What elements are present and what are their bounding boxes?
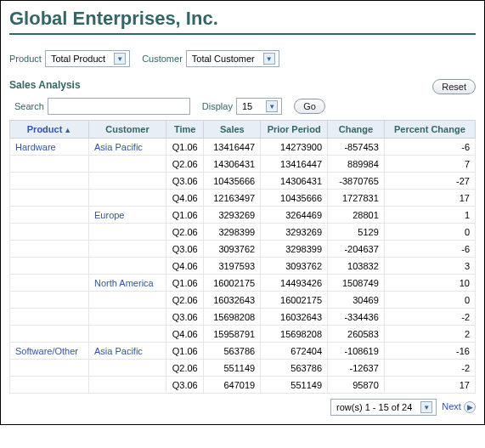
cell-customer[interactable]: Asia Pacific	[89, 139, 166, 156]
col-change-header[interactable]: Change	[328, 121, 385, 139]
cell-pct: -2	[384, 360, 475, 377]
table-row: Q4.06319759330937621038323	[10, 258, 476, 275]
cell-product[interactable]: Software/Other	[10, 343, 89, 360]
go-button[interactable]: Go	[294, 99, 325, 114]
cell-product	[10, 326, 89, 343]
cell-customer[interactable]: North America	[89, 275, 166, 292]
cell-customer	[89, 326, 166, 343]
table-row: Q3.0630937623298399-204637-6	[10, 241, 476, 258]
section-title: Sales Analysis	[9, 79, 81, 91]
table-row: Q2.0614306431134164478899847	[10, 156, 476, 173]
cell-time: Q3.06	[166, 241, 204, 258]
cell-pct: 17	[384, 377, 475, 394]
cell-product-link[interactable]: Hardware	[15, 142, 56, 152]
cell-product	[10, 292, 89, 309]
cell-product[interactable]: Hardware	[10, 139, 89, 156]
cell-prior: 16032643	[261, 309, 328, 326]
cell-product	[10, 241, 89, 258]
cell-pct: 2	[384, 326, 475, 343]
cell-prior: 3093762	[261, 258, 328, 275]
cell-change: 5129	[328, 224, 385, 241]
cell-product	[10, 275, 89, 292]
table-row: North AmericaQ1.061600217514493426150874…	[10, 275, 476, 292]
cell-customer-link[interactable]: Europe	[94, 210, 124, 220]
cell-product	[10, 224, 89, 241]
cell-customer-link[interactable]: North America	[94, 278, 154, 288]
cell-time: Q2.06	[166, 224, 204, 241]
cell-sales: 3197593	[204, 258, 261, 275]
cell-product	[10, 309, 89, 326]
cell-pct: 17	[384, 190, 475, 207]
cell-customer	[89, 190, 166, 207]
table-row: Q3.061043566614306431-3870765-27	[10, 173, 476, 190]
cell-prior: 3298399	[261, 241, 328, 258]
cell-customer[interactable]: Asia Pacific	[89, 343, 166, 360]
search-input[interactable]	[48, 98, 190, 115]
cell-pct: 3	[384, 258, 475, 275]
cell-prior: 672404	[261, 343, 328, 360]
chevron-down-icon: ▼	[266, 100, 278, 112]
cell-time: Q4.06	[166, 326, 204, 343]
cell-change: 889984	[328, 156, 385, 173]
cell-sales: 16002175	[204, 275, 261, 292]
chevron-down-icon: ▼	[420, 401, 432, 413]
cell-change: -857453	[328, 139, 385, 156]
cell-change: 95870	[328, 377, 385, 394]
cell-change: 30469	[328, 292, 385, 309]
cell-prior: 14273900	[261, 139, 328, 156]
cell-sales: 3298399	[204, 224, 261, 241]
cell-sales: 15958791	[204, 326, 261, 343]
customer-select[interactable]: Total Customer ▼	[186, 50, 279, 67]
col-prior-header[interactable]: Prior Period	[261, 121, 328, 139]
cell-customer	[89, 241, 166, 258]
cell-time: Q2.06	[166, 156, 204, 173]
cell-pct: 0	[384, 224, 475, 241]
cell-pct: -27	[384, 173, 475, 190]
col-product-sort-link[interactable]: Product▲	[27, 124, 71, 134]
cell-change: 1727831	[328, 190, 385, 207]
cell-change: -12637	[328, 360, 385, 377]
cell-sales: 3293269	[204, 207, 261, 224]
table-row: EuropeQ1.0632932693264469288011	[10, 207, 476, 224]
cell-customer	[89, 309, 166, 326]
cell-sales: 551149	[204, 360, 261, 377]
col-time-header[interactable]: Time	[166, 121, 204, 139]
cell-pct: 10	[384, 275, 475, 292]
sales-table: Product▲ Customer Time Sales Prior Perio…	[9, 120, 476, 394]
pager-range-select[interactable]: row(s) 1 - 15 of 24 ▼	[330, 399, 437, 416]
table-row: Q2.06551149563786-12637-2	[10, 360, 476, 377]
cell-customer[interactable]: Europe	[89, 207, 166, 224]
table-row: Software/OtherAsia PacificQ1.06563786672…	[10, 343, 476, 360]
cell-pct: -2	[384, 309, 475, 326]
pager-next-link[interactable]: Next ▶	[442, 401, 476, 413]
chevron-down-icon: ▼	[263, 53, 275, 65]
cell-product	[10, 207, 89, 224]
cell-customer	[89, 258, 166, 275]
cell-pct: 0	[384, 292, 475, 309]
cell-time: Q3.06	[166, 173, 204, 190]
cell-change: 28801	[328, 207, 385, 224]
cell-customer-link[interactable]: Asia Pacific	[94, 142, 143, 152]
col-product-header[interactable]: Product▲	[10, 121, 89, 139]
cell-sales: 3093762	[204, 241, 261, 258]
cell-sales: 15698208	[204, 309, 261, 326]
col-pct-header[interactable]: Percent Change	[384, 121, 475, 139]
display-select[interactable]: 15 ▼	[236, 98, 282, 115]
cell-product-link[interactable]: Software/Other	[15, 346, 78, 356]
cell-prior: 3264469	[261, 207, 328, 224]
reset-button[interactable]: Reset	[432, 79, 476, 94]
cell-time: Q3.06	[166, 309, 204, 326]
cell-sales: 647019	[204, 377, 261, 394]
col-customer-header[interactable]: Customer	[89, 121, 166, 139]
customer-filter-label: Customer	[142, 54, 183, 64]
pager-next-label: Next	[442, 401, 461, 411]
col-sales-header[interactable]: Sales	[204, 121, 261, 139]
cell-customer-link[interactable]: Asia Pacific	[94, 346, 143, 356]
cell-sales: 16032643	[204, 292, 261, 309]
cell-product	[10, 190, 89, 207]
cell-sales: 14306431	[204, 156, 261, 173]
cell-customer	[89, 377, 166, 394]
cell-prior: 10435666	[261, 190, 328, 207]
cell-pct: 7	[384, 156, 475, 173]
product-select[interactable]: Total Product ▼	[45, 50, 130, 67]
